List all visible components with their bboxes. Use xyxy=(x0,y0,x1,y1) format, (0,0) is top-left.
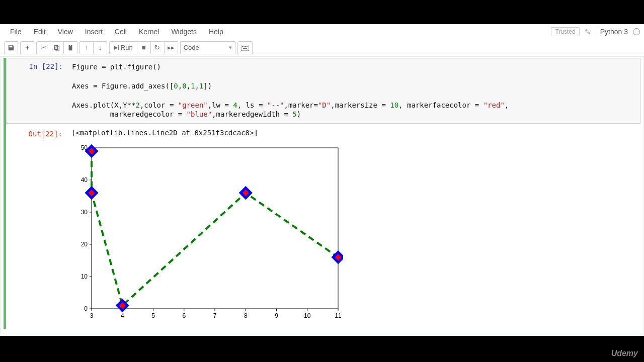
menu-file[interactable]: File xyxy=(4,26,28,38)
svg-marker-40 xyxy=(240,188,251,198)
svg-text:40: 40 xyxy=(81,176,88,184)
jupyter-notebook: File Edit View Insert Cell Kernel Widget… xyxy=(0,24,644,336)
scissors-icon: ✂ xyxy=(41,44,46,51)
arrow-up-icon: ↑ xyxy=(85,44,89,51)
svg-text:8: 8 xyxy=(244,312,248,319)
restart-run-all-button[interactable]: ▸▸ xyxy=(164,41,178,54)
menu-kernel[interactable]: Kernel xyxy=(133,26,165,38)
output-area: Out[22]: [<matplotlib.lines.Line2D at 0x… xyxy=(6,124,640,140)
menu-widgets[interactable]: Widgets xyxy=(165,26,203,38)
kernel-indicator-icon xyxy=(633,28,640,35)
svg-text:5: 5 xyxy=(151,312,155,319)
fast-forward-icon: ▸▸ xyxy=(168,44,175,51)
menu-edit[interactable]: Edit xyxy=(28,26,52,38)
save-button[interactable] xyxy=(4,41,18,54)
menubar: File Edit View Insert Cell Kernel Widget… xyxy=(0,24,644,39)
plus-icon: ＋ xyxy=(24,43,31,52)
out-prompt: Out[22]: xyxy=(6,126,66,140)
in-prompt: In [22]: xyxy=(7,58,67,123)
refresh-icon: ↻ xyxy=(154,44,160,51)
svg-text:4: 4 xyxy=(121,312,124,319)
toolbar: ＋ ✂ ↑ ↓ ▶| Run xyxy=(0,39,644,56)
svg-text:10: 10 xyxy=(304,312,311,319)
interrupt-button[interactable]: ■ xyxy=(137,41,151,54)
svg-text:6: 6 xyxy=(182,312,186,319)
svg-text:11: 11 xyxy=(335,312,342,319)
svg-rect-0 xyxy=(241,45,249,51)
menu-cell[interactable]: Cell xyxy=(109,26,133,38)
menu-view[interactable]: View xyxy=(52,26,79,38)
move-down-button[interactable]: ↓ xyxy=(93,41,107,54)
svg-text:20: 20 xyxy=(81,241,88,248)
run-button[interactable]: ▶| Run xyxy=(109,41,137,54)
output-text: [<matplotlib.lines.Line2D at 0x251f3cdca… xyxy=(66,126,640,140)
svg-rect-5 xyxy=(243,48,247,49)
matplotlib-chart: 0102030405034567891011 xyxy=(71,143,343,324)
paste-icon xyxy=(67,44,74,51)
trusted-badge: Trusted xyxy=(551,27,579,36)
cut-button[interactable]: ✂ xyxy=(36,41,50,54)
menu-help[interactable]: Help xyxy=(203,26,229,38)
svg-text:3: 3 xyxy=(90,312,94,319)
svg-text:7: 7 xyxy=(213,312,217,319)
step-forward-icon: ▶| xyxy=(114,44,119,51)
svg-text:9: 9 xyxy=(275,312,278,319)
svg-text:10: 10 xyxy=(81,273,88,280)
svg-text:30: 30 xyxy=(81,209,88,216)
arrow-down-icon: ↓ xyxy=(99,44,102,51)
add-cell-button[interactable]: ＋ xyxy=(20,41,34,54)
plot-output: 0102030405034567891011 xyxy=(6,140,640,329)
svg-rect-1 xyxy=(242,46,243,47)
keyboard-icon xyxy=(241,45,249,51)
celltype-select[interactable]: Code xyxy=(180,41,235,54)
celltype-value: Code xyxy=(184,44,199,51)
kernel-name[interactable]: Python 3 xyxy=(596,28,628,36)
code-editor[interactable]: Figure = plt.figure() Axes = Figure.add_… xyxy=(67,58,640,123)
command-palette-button[interactable] xyxy=(237,41,253,54)
svg-rect-2 xyxy=(244,46,245,47)
paste-button[interactable] xyxy=(63,41,77,54)
code-cell[interactable]: In [22]: Figure = plt.figure() Axes = Fi… xyxy=(4,58,640,329)
copy-button[interactable] xyxy=(50,41,64,54)
pencil-icon[interactable]: ✎ xyxy=(585,28,591,36)
svg-marker-37 xyxy=(87,146,97,156)
restart-button[interactable]: ↻ xyxy=(150,41,165,54)
svg-text:0: 0 xyxy=(84,305,88,312)
svg-rect-3 xyxy=(245,46,246,47)
svg-marker-38 xyxy=(87,188,97,198)
udemy-logo: Udemy xyxy=(611,349,638,358)
stop-icon: ■ xyxy=(142,44,146,51)
run-label: Run xyxy=(121,44,133,51)
svg-rect-4 xyxy=(247,46,248,47)
input-area: In [22]: Figure = plt.figure() Axes = Fi… xyxy=(6,58,640,124)
svg-rect-6 xyxy=(92,148,338,309)
move-up-button[interactable]: ↑ xyxy=(79,41,94,54)
menu-insert[interactable]: Insert xyxy=(79,26,109,38)
copy-icon xyxy=(53,44,60,51)
save-icon xyxy=(8,44,15,51)
notebook-body[interactable]: In [22]: Figure = plt.figure() Axes = Fi… xyxy=(0,56,644,336)
